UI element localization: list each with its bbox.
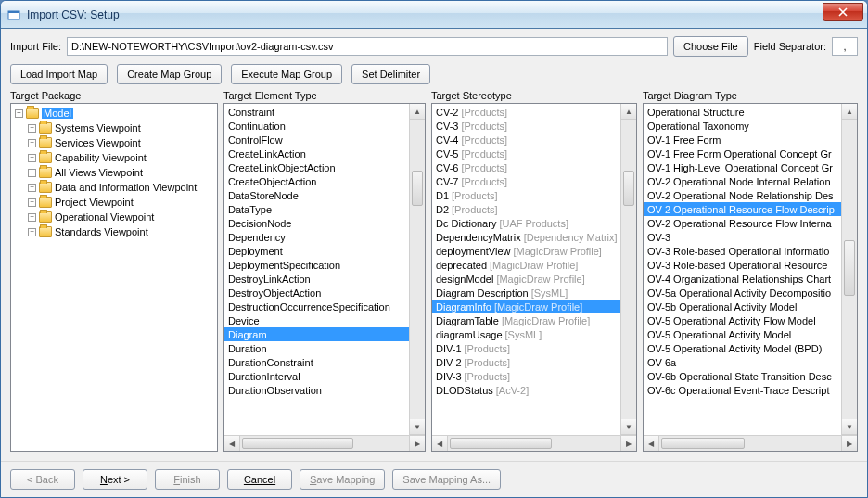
list-item[interactable]: OV-1 Free Form Operational Concept Gr bbox=[644, 147, 841, 160]
hscrollbar[interactable]: ◀ ▶ bbox=[432, 435, 636, 451]
list-item[interactable]: Diagram Description[SysML] bbox=[432, 286, 620, 300]
list-item[interactable]: OV-6a bbox=[644, 355, 841, 369]
list-item[interactable]: designModel[MagicDraw Profile] bbox=[432, 272, 620, 286]
target-element-list[interactable]: ConstraintContinuationControlFlowCreateL… bbox=[224, 104, 409, 435]
expand-icon[interactable]: + bbox=[28, 124, 36, 133]
hscroll-thumb[interactable] bbox=[450, 438, 552, 449]
list-item[interactable]: DestructionOccurrenceSpecification bbox=[224, 300, 409, 313]
list-item[interactable]: CV-6[Products] bbox=[432, 160, 620, 174]
save-mapping-button[interactable]: Save Mapping bbox=[300, 469, 385, 490]
tree-item[interactable]: +Capability Viewpoint bbox=[13, 150, 215, 165]
expand-icon[interactable]: + bbox=[28, 154, 36, 162]
scroll-right-icon[interactable]: ▶ bbox=[409, 436, 425, 451]
expand-icon[interactable]: + bbox=[28, 139, 36, 147]
list-item[interactable]: DurationInterval bbox=[224, 369, 409, 383]
tree-item[interactable]: +Data and Information Viewpoint bbox=[13, 180, 215, 195]
list-item[interactable]: ControlFlow bbox=[224, 133, 409, 147]
list-item[interactable]: CreateLinkAction bbox=[224, 147, 409, 160]
next-button[interactable]: Next > bbox=[83, 469, 147, 490]
collapse-icon[interactable]: − bbox=[15, 109, 23, 118]
scrollbar[interactable]: ▲ ▼ bbox=[620, 104, 636, 435]
hscrollbar[interactable]: ◀ ▶ bbox=[644, 435, 857, 451]
list-item[interactable]: Duration bbox=[224, 341, 409, 355]
list-item[interactable]: DataType bbox=[224, 202, 409, 216]
list-item[interactable]: OV-6b Operational State Transition Desc bbox=[644, 369, 841, 383]
list-item[interactable]: Diagram bbox=[224, 327, 409, 341]
target-package-tree[interactable]: −Model+Systems Viewpoint+Services Viewpo… bbox=[11, 104, 217, 451]
list-item[interactable]: OV-2 Operational Resource Flow Interna bbox=[644, 216, 841, 230]
close-button[interactable] bbox=[823, 3, 863, 21]
tree-item[interactable]: +Standards Viewpoint bbox=[13, 224, 215, 239]
scroll-right-icon[interactable]: ▶ bbox=[620, 436, 636, 451]
list-item[interactable]: DIV-3[Products] bbox=[432, 369, 620, 383]
tree-item[interactable]: +Services Viewpoint bbox=[13, 135, 215, 150]
list-item[interactable]: DestroyObjectAction bbox=[224, 286, 409, 300]
list-item[interactable]: OV-4 Organizational Relationships Chart bbox=[644, 272, 841, 286]
expand-icon[interactable]: + bbox=[28, 184, 36, 192]
list-item[interactable]: DIV-2[Products] bbox=[432, 355, 620, 369]
list-item[interactable]: D2[Products] bbox=[432, 202, 620, 216]
finish-button[interactable]: Finish bbox=[155, 469, 220, 490]
tree-item[interactable]: +Operational Viewpoint bbox=[13, 210, 215, 224]
list-item[interactable]: OV-3 Role-based Operational Resource bbox=[644, 258, 841, 272]
list-item[interactable]: CV-2[Products] bbox=[432, 105, 620, 119]
scroll-down-icon[interactable]: ▼ bbox=[842, 419, 857, 435]
list-item[interactable]: diagramUsage[SysML] bbox=[432, 327, 620, 341]
scroll-left-icon[interactable]: ◀ bbox=[432, 436, 448, 451]
list-item[interactable]: Constraint bbox=[224, 105, 409, 119]
list-item[interactable]: deprecated[MagicDraw Profile] bbox=[432, 258, 620, 272]
list-item[interactable]: CreateObjectAction bbox=[224, 174, 409, 188]
list-item[interactable]: CV-7[Products] bbox=[432, 174, 620, 188]
tree-root[interactable]: −Model bbox=[13, 106, 215, 121]
tree-item[interactable]: +Project Viewpoint bbox=[13, 195, 215, 210]
cancel-button[interactable]: Cancel bbox=[227, 469, 292, 490]
target-diagram-list[interactable]: Operational StructureOperational Taxonom… bbox=[644, 104, 841, 435]
list-item[interactable]: Continuation bbox=[224, 119, 409, 133]
scroll-down-icon[interactable]: ▼ bbox=[410, 419, 425, 435]
target-stereotype-list[interactable]: CV-2[Products]CV-3[Products]CV-4[Product… bbox=[432, 104, 620, 435]
list-item[interactable]: DeploymentSpecification bbox=[224, 258, 409, 272]
list-item[interactable]: Dependency bbox=[224, 230, 409, 244]
list-item[interactable]: DurationObservation bbox=[224, 383, 409, 397]
list-item[interactable]: CV-3[Products] bbox=[432, 119, 620, 133]
scroll-down-icon[interactable]: ▼ bbox=[621, 419, 636, 435]
list-item[interactable]: DestroyLinkAction bbox=[224, 272, 409, 286]
list-item[interactable]: OV-1 High-Level Operational Concept Gr bbox=[644, 160, 841, 174]
list-item[interactable]: deploymentView[MagicDraw Profile] bbox=[432, 244, 620, 258]
list-item[interactable]: DiagramInfo[MagicDraw Profile] bbox=[432, 300, 620, 313]
list-item[interactable]: OV-3 bbox=[644, 230, 841, 244]
list-item[interactable]: CV-5[Products] bbox=[432, 147, 620, 160]
list-item[interactable]: DecisionNode bbox=[224, 216, 409, 230]
list-item[interactable]: CV-4[Products] bbox=[432, 133, 620, 147]
field-separator-input[interactable] bbox=[832, 37, 858, 56]
list-item[interactable]: OV-5a Operational Activity Decompositio bbox=[644, 286, 841, 300]
scroll-thumb[interactable] bbox=[623, 171, 634, 206]
list-item[interactable]: Operational Taxonomy bbox=[644, 119, 841, 133]
import-file-input[interactable] bbox=[67, 37, 668, 56]
list-item[interactable]: OV-6c Operational Event-Trace Descript bbox=[644, 383, 841, 397]
list-item[interactable]: OV-5 Operational Activity Model (BPD) bbox=[644, 341, 841, 355]
set-delimiter-button[interactable]: Set Delimiter bbox=[351, 64, 430, 84]
list-item[interactable]: Device bbox=[224, 313, 409, 327]
titlebar[interactable]: Import CSV: Setup bbox=[1, 1, 867, 29]
list-item[interactable]: OV-2 Operational Node Internal Relation bbox=[644, 174, 841, 188]
scroll-left-icon[interactable]: ◀ bbox=[224, 436, 240, 451]
list-item[interactable]: Dc Dictionary[UAF Products] bbox=[432, 216, 620, 230]
create-map-group-button[interactable]: Create Map Group bbox=[117, 64, 222, 84]
expand-icon[interactable]: + bbox=[28, 213, 36, 222]
scroll-up-icon[interactable]: ▲ bbox=[621, 104, 636, 120]
scroll-up-icon[interactable]: ▲ bbox=[410, 104, 425, 120]
hscroll-thumb[interactable] bbox=[242, 438, 353, 449]
tree-item[interactable]: +All Views Viewpoint bbox=[13, 165, 215, 180]
list-item[interactable]: DependencyMatrix[Dependency Matrix] bbox=[432, 230, 620, 244]
hscrollbar[interactable]: ◀ ▶ bbox=[224, 435, 425, 451]
list-item[interactable]: D1[Products] bbox=[432, 188, 620, 202]
scroll-left-icon[interactable]: ◀ bbox=[644, 436, 659, 451]
list-item[interactable]: OV-2 Operational Node Relationship Des bbox=[644, 188, 841, 202]
scroll-up-icon[interactable]: ▲ bbox=[842, 104, 857, 120]
scrollbar[interactable]: ▲ ▼ bbox=[409, 104, 425, 435]
list-item[interactable]: OV-3 Role-based Operational Informatio bbox=[644, 244, 841, 258]
list-item[interactable]: DiagramTable[MagicDraw Profile] bbox=[432, 313, 620, 327]
list-item[interactable]: OV-2 Operational Resource Flow Descrip bbox=[644, 202, 841, 216]
list-item[interactable]: OV-1 Free Form bbox=[644, 133, 841, 147]
